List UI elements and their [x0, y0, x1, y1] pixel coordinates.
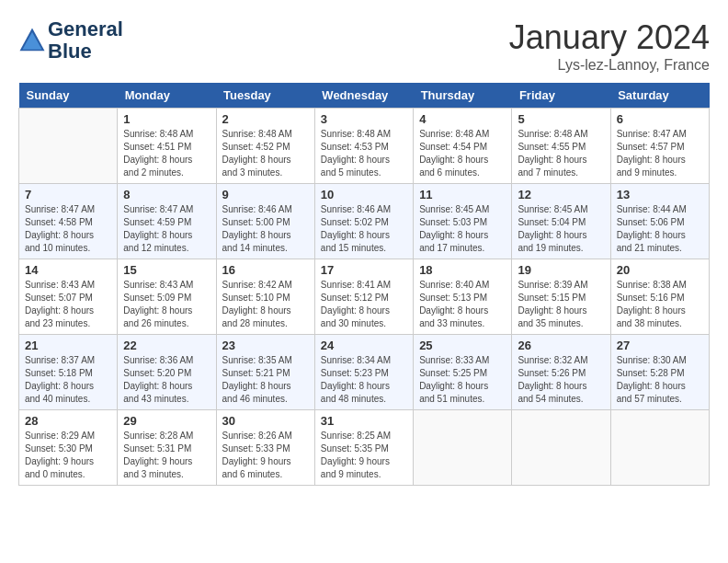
day-number: 20 — [617, 263, 703, 277]
day-number: 26 — [518, 339, 604, 352]
day-number: 30 — [222, 414, 309, 428]
day-number: 3 — [321, 112, 407, 126]
column-header-monday: Monday — [118, 83, 216, 109]
calendar-cell: 12Sunrise: 8:45 AMSunset: 5:04 PMDayligh… — [512, 184, 610, 259]
calendar-cell: 7Sunrise: 8:47 AMSunset: 4:58 PMDaylight… — [19, 184, 118, 259]
day-info: Sunrise: 8:35 AMSunset: 5:21 PMDaylight:… — [222, 354, 309, 406]
day-info: Sunrise: 8:38 AMSunset: 5:16 PMDaylight:… — [617, 279, 703, 330]
day-info: Sunrise: 8:34 AMSunset: 5:23 PMDaylight:… — [321, 354, 407, 406]
day-number: 6 — [617, 112, 703, 126]
day-info: Sunrise: 8:48 AMSunset: 4:54 PMDaylight:… — [419, 128, 506, 179]
day-info: Sunrise: 8:42 AMSunset: 5:10 PMDaylight:… — [222, 279, 309, 330]
calendar-cell: 4Sunrise: 8:48 AMSunset: 4:54 PMDaylight… — [414, 109, 512, 184]
column-header-thursday: Thursday — [414, 83, 512, 109]
calendar-cell: 2Sunrise: 8:48 AMSunset: 4:52 PMDaylight… — [216, 109, 314, 184]
calendar-cell: 15Sunrise: 8:43 AMSunset: 5:09 PMDayligh… — [118, 259, 216, 335]
column-header-saturday: Saturday — [610, 83, 709, 109]
column-header-friday: Friday — [512, 83, 610, 109]
day-info: Sunrise: 8:29 AMSunset: 5:30 PMDaylight:… — [25, 430, 111, 481]
day-number: 28 — [25, 414, 111, 428]
day-number: 5 — [518, 112, 604, 126]
day-number: 12 — [518, 188, 604, 201]
day-number: 14 — [25, 263, 111, 277]
logo: General Blue — [18, 18, 123, 63]
day-number: 24 — [321, 339, 407, 352]
calendar-cell: 18Sunrise: 8:40 AMSunset: 5:13 PMDayligh… — [414, 259, 512, 335]
day-info: Sunrise: 8:44 AMSunset: 5:06 PMDaylight:… — [617, 203, 703, 255]
calendar-cell: 5Sunrise: 8:48 AMSunset: 4:55 PMDaylight… — [512, 109, 610, 184]
title-block: January 2024 Lys-lez-Lannoy, France — [509, 18, 710, 74]
day-number: 25 — [419, 339, 506, 352]
calendar-cell: 19Sunrise: 8:39 AMSunset: 5:15 PMDayligh… — [512, 259, 610, 335]
day-info: Sunrise: 8:39 AMSunset: 5:15 PMDaylight:… — [518, 279, 604, 330]
day-info: Sunrise: 8:47 AMSunset: 4:59 PMDaylight:… — [123, 203, 210, 255]
day-info: Sunrise: 8:43 AMSunset: 5:09 PMDaylight:… — [123, 279, 210, 330]
calendar-cell: 9Sunrise: 8:46 AMSunset: 5:00 PMDaylight… — [216, 184, 314, 259]
day-info: Sunrise: 8:40 AMSunset: 5:13 PMDaylight:… — [419, 279, 506, 330]
day-number: 15 — [123, 263, 210, 277]
calendar-cell: 17Sunrise: 8:41 AMSunset: 5:12 PMDayligh… — [314, 259, 413, 335]
calendar-week-row: 28Sunrise: 8:29 AMSunset: 5:30 PMDayligh… — [19, 410, 710, 486]
day-info: Sunrise: 8:46 AMSunset: 5:02 PMDaylight:… — [321, 203, 407, 255]
day-info: Sunrise: 8:37 AMSunset: 5:18 PMDaylight:… — [25, 354, 111, 406]
calendar-cell: 24Sunrise: 8:34 AMSunset: 5:23 PMDayligh… — [314, 335, 413, 410]
day-number: 13 — [617, 188, 703, 201]
calendar-cell — [610, 410, 709, 486]
calendar-cell — [512, 410, 610, 486]
day-info: Sunrise: 8:48 AMSunset: 4:52 PMDaylight:… — [222, 128, 309, 179]
calendar-header-row: SundayMondayTuesdayWednesdayThursdayFrid… — [19, 83, 710, 109]
day-number: 10 — [321, 188, 407, 201]
calendar-cell: 1Sunrise: 8:48 AMSunset: 4:51 PMDaylight… — [118, 109, 216, 184]
day-number: 2 — [222, 112, 309, 126]
calendar-cell: 27Sunrise: 8:30 AMSunset: 5:28 PMDayligh… — [610, 335, 709, 410]
calendar-cell: 8Sunrise: 8:47 AMSunset: 4:59 PMDaylight… — [118, 184, 216, 259]
day-number: 8 — [123, 188, 210, 201]
calendar-cell: 21Sunrise: 8:37 AMSunset: 5:18 PMDayligh… — [19, 335, 118, 410]
day-number: 16 — [222, 263, 309, 277]
column-header-wednesday: Wednesday — [314, 83, 413, 109]
day-number: 17 — [321, 263, 407, 277]
calendar-cell: 16Sunrise: 8:42 AMSunset: 5:10 PMDayligh… — [216, 259, 314, 335]
day-number: 7 — [25, 188, 111, 201]
day-number: 31 — [321, 414, 407, 428]
day-number: 11 — [419, 188, 506, 201]
day-number: 27 — [617, 339, 703, 352]
column-header-tuesday: Tuesday — [216, 83, 314, 109]
day-info: Sunrise: 8:47 AMSunset: 4:58 PMDaylight:… — [25, 203, 111, 255]
calendar-cell — [19, 109, 118, 184]
calendar-week-row: 21Sunrise: 8:37 AMSunset: 5:18 PMDayligh… — [19, 335, 710, 410]
day-info: Sunrise: 8:25 AMSunset: 5:35 PMDaylight:… — [321, 430, 407, 481]
day-info: Sunrise: 8:41 AMSunset: 5:12 PMDaylight:… — [321, 279, 407, 330]
day-number: 9 — [222, 188, 309, 201]
calendar-cell: 22Sunrise: 8:36 AMSunset: 5:20 PMDayligh… — [118, 335, 216, 410]
calendar-cell — [414, 410, 512, 486]
day-info: Sunrise: 8:48 AMSunset: 4:53 PMDaylight:… — [321, 128, 407, 179]
day-info: Sunrise: 8:26 AMSunset: 5:33 PMDaylight:… — [222, 430, 309, 481]
location: Lys-lez-Lannoy, France — [509, 57, 710, 74]
day-number: 19 — [518, 263, 604, 277]
logo-line2: Blue — [48, 40, 123, 63]
day-info: Sunrise: 8:33 AMSunset: 5:25 PMDaylight:… — [419, 354, 506, 406]
day-info: Sunrise: 8:28 AMSunset: 5:31 PMDaylight:… — [123, 430, 210, 481]
calendar-cell: 13Sunrise: 8:44 AMSunset: 5:06 PMDayligh… — [610, 184, 709, 259]
day-info: Sunrise: 8:30 AMSunset: 5:28 PMDaylight:… — [617, 354, 703, 406]
logo-line1: General — [48, 18, 123, 40]
day-info: Sunrise: 8:46 AMSunset: 5:00 PMDaylight:… — [222, 203, 309, 255]
day-number: 29 — [123, 414, 210, 428]
day-info: Sunrise: 8:43 AMSunset: 5:07 PMDaylight:… — [25, 279, 111, 330]
calendar-cell: 3Sunrise: 8:48 AMSunset: 4:53 PMDaylight… — [314, 109, 413, 184]
calendar-cell: 10Sunrise: 8:46 AMSunset: 5:02 PMDayligh… — [314, 184, 413, 259]
calendar-cell: 6Sunrise: 8:47 AMSunset: 4:57 PMDaylight… — [610, 109, 709, 184]
column-header-sunday: Sunday — [19, 83, 118, 109]
day-info: Sunrise: 8:45 AMSunset: 5:04 PMDaylight:… — [518, 203, 604, 255]
calendar-cell: 14Sunrise: 8:43 AMSunset: 5:07 PMDayligh… — [19, 259, 118, 335]
logo-icon — [18, 27, 46, 54]
calendar-cell: 26Sunrise: 8:32 AMSunset: 5:26 PMDayligh… — [512, 335, 610, 410]
day-number: 18 — [419, 263, 506, 277]
calendar-cell: 31Sunrise: 8:25 AMSunset: 5:35 PMDayligh… — [314, 410, 413, 486]
calendar-cell: 28Sunrise: 8:29 AMSunset: 5:30 PMDayligh… — [19, 410, 118, 486]
calendar-cell: 25Sunrise: 8:33 AMSunset: 5:25 PMDayligh… — [414, 335, 512, 410]
calendar-cell: 23Sunrise: 8:35 AMSunset: 5:21 PMDayligh… — [216, 335, 314, 410]
day-number: 22 — [123, 339, 210, 352]
day-number: 4 — [419, 112, 506, 126]
